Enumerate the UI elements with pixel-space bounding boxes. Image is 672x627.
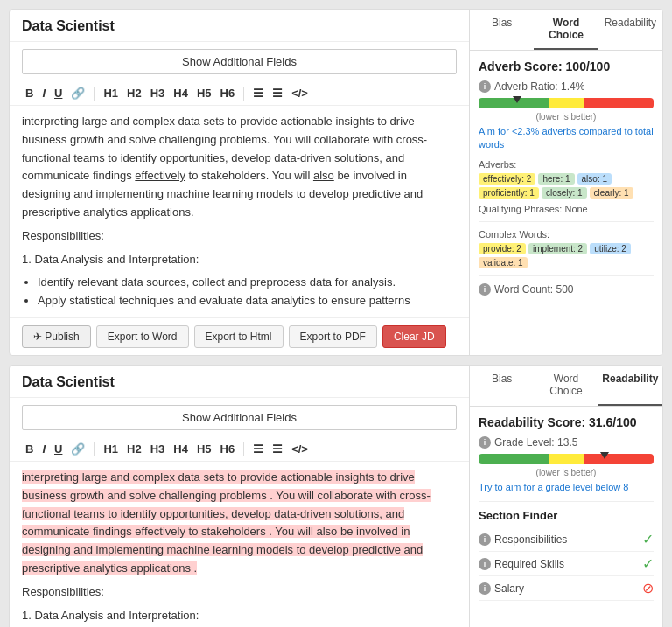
h3-btn[interactable]: H3 — [147, 85, 169, 101]
bullet-2: Apply statistical techniques and evaluat… — [38, 292, 457, 310]
adverb-badge-1: here: 1 — [538, 173, 574, 185]
adverb-badge-2: also: 1 — [578, 173, 612, 185]
readability-lower-label: (lower is better) — [479, 468, 654, 477]
adverb-badge-4: closely: 1 — [542, 187, 587, 199]
ul-btn-b[interactable]: ☰ — [249, 441, 267, 457]
editor-top: Data Scientist Show Additional Fields B … — [10, 10, 470, 355]
bold-btn[interactable]: B — [22, 85, 37, 101]
finder-check-1: ✓ — [642, 555, 654, 572]
qualifying-phrases-label: Qualifying Phrases: None — [479, 204, 654, 214]
finder-label-2: Salary — [494, 582, 524, 595]
adverbs-badges: effectively: 2 here: 1 also: 1 proficien… — [479, 173, 654, 199]
readability-score-title: Readability Score: 31.6/100 — [479, 415, 654, 429]
finder-check-0: ✓ — [642, 531, 654, 547]
tab-bar-bottom: Bias Word Choice Readability — [470, 366, 662, 407]
sidebar-top: Bias Word Choice Readability Adverb Scor… — [470, 10, 662, 355]
export-word-btn[interactable]: Export to Word — [96, 325, 189, 348]
grade-level-row: i Grade Level: 13.5 — [479, 436, 654, 449]
responsibilities-label-b: Responsibilities: — [22, 583, 457, 602]
section-finder-title: Section Finder — [479, 509, 654, 522]
readability-gauge-bg — [479, 454, 654, 464]
gauge-marker — [513, 96, 522, 103]
complex-words-badges: provide: 2 implement: 2 utilize: 2 valid… — [479, 243, 654, 268]
tab-word-choice-top[interactable]: Word Choice — [534, 10, 598, 50]
list-item-1: 1. Data Analysis and Interpretation: — [22, 251, 457, 269]
italic-btn[interactable]: I — [38, 85, 49, 101]
h6-btn-b[interactable]: H6 — [217, 441, 239, 457]
adverb-ratio-label: Adverb Ratio: 1.4% — [494, 80, 584, 93]
gauge-lower-label: (lower is better) — [479, 112, 654, 122]
complex-badge-1: implement: 2 — [528, 243, 587, 254]
sidebar-content-bottom: Readability Score: 31.6/100 i Grade Leve… — [470, 407, 662, 627]
adverb-gauge — [479, 98, 654, 108]
adverbs-header: Adverbs: — [479, 159, 654, 170]
code-btn[interactable]: </> — [288, 85, 312, 101]
publish-btn[interactable]: ✈ Publish — [22, 325, 91, 348]
word-count-icon: i — [479, 283, 491, 296]
complex-words-header: Complex Words: — [479, 229, 654, 240]
main-container: Data Scientist Show Additional Fields B … — [0, 0, 672, 627]
export-pdf-btn[interactable]: Export to PDF — [289, 325, 377, 348]
bullet-list: Identify relevant data sources, collect … — [38, 274, 457, 310]
h2-btn[interactable]: H2 — [123, 85, 145, 101]
toolbar-bottom: B I U 🔗 H1 H2 H3 H4 H5 H6 ☰ ☰ </> — [10, 437, 469, 462]
h6-btn[interactable]: H6 — [217, 85, 239, 101]
finder-row-0: i Responsibilities ✓ — [479, 527, 654, 552]
adverb-tip: Aim for <2.3% adverbs compared to total … — [479, 125, 654, 152]
ul-btn[interactable]: ☰ — [249, 85, 267, 101]
gauge-yellow — [549, 98, 584, 108]
h3-btn-b[interactable]: H3 — [147, 441, 169, 457]
editor-bottom: Data Scientist Show Additional Fields B … — [10, 366, 470, 627]
readability-gauge — [479, 454, 654, 464]
word-count-row: i Word Count: 500 — [479, 283, 654, 296]
divider-2 — [479, 275, 654, 276]
editor-content-bottom[interactable]: interpreting large and complex data sets… — [10, 462, 469, 627]
clear-jd-btn[interactable]: Clear JD — [382, 325, 446, 348]
tab-word-choice-bottom[interactable]: Word Choice — [534, 366, 598, 406]
divider-1 — [479, 221, 654, 222]
toolbar-sep-b2 — [243, 442, 244, 456]
word-count-label: Word Count: 500 — [494, 283, 574, 296]
link-btn[interactable]: 🔗 — [67, 85, 88, 101]
tab-readability-bottom[interactable]: Readability — [598, 366, 662, 406]
toolbar-sep-1 — [94, 87, 94, 101]
underline-btn[interactable]: U — [51, 85, 66, 101]
tab-bias-top[interactable]: Bias — [470, 10, 534, 50]
show-fields-btn-bottom[interactable]: Show Additional Fields — [22, 405, 457, 430]
finder-row-1: i Required Skills ✓ — [479, 552, 654, 576]
readability-gauge-red — [584, 454, 654, 464]
editor-title-bottom: Data Scientist — [10, 366, 469, 398]
h1-btn-b[interactable]: H1 — [100, 441, 122, 457]
h2-btn-b[interactable]: H2 — [123, 441, 145, 457]
content-para-bottom-1: interpreting large and complex data sets… — [22, 469, 457, 578]
list-item-1-b: 1. Data Analysis and Interpretation: — [22, 607, 457, 625]
toolbar-sep-b1 — [94, 442, 94, 456]
toolbar-top: B I U 🔗 H1 H2 H3 H4 H5 H6 ☰ ☰ </> — [10, 81, 469, 106]
h5-btn-b[interactable]: H5 — [193, 441, 215, 457]
ol-btn-b[interactable]: ☰ — [269, 441, 286, 457]
panel-bottom: Data Scientist Show Additional Fields B … — [9, 365, 663, 627]
h4-btn[interactable]: H4 — [170, 85, 192, 101]
h4-btn-b[interactable]: H4 — [170, 441, 192, 457]
adverb-info-icon: i — [479, 80, 491, 93]
tab-bias-bottom[interactable]: Bias — [470, 366, 534, 406]
italic-btn-b[interactable]: I — [38, 441, 49, 457]
h1-btn[interactable]: H1 — [100, 85, 122, 101]
export-html-btn[interactable]: Export to Html — [194, 325, 284, 348]
editor-content-top[interactable]: interpreting large and complex data sets… — [10, 106, 469, 317]
link-btn-b[interactable]: 🔗 — [67, 441, 88, 457]
finder-info-0: i — [479, 533, 491, 546]
responsibilities-label: Responsibilities: — [22, 227, 457, 246]
code-btn-b[interactable]: </> — [288, 441, 312, 457]
ol-btn[interactable]: ☰ — [269, 85, 286, 101]
tab-readability-top[interactable]: Readability — [598, 10, 662, 50]
show-fields-btn-top[interactable]: Show Additional Fields — [22, 49, 457, 74]
editor-footer-top: ✈ Publish Export to Word Export to Html … — [10, 317, 469, 355]
bold-btn-b[interactable]: B — [22, 441, 37, 457]
adverb-badge-3: proficiently: 1 — [479, 187, 539, 199]
readability-tip: Try to aim for a grade level below 8 — [479, 481, 654, 494]
finder-info-1: i — [479, 558, 491, 570]
tab-bar-top: Bias Word Choice Readability — [470, 10, 662, 51]
h5-btn[interactable]: H5 — [193, 85, 215, 101]
underline-btn-b[interactable]: U — [51, 441, 66, 457]
